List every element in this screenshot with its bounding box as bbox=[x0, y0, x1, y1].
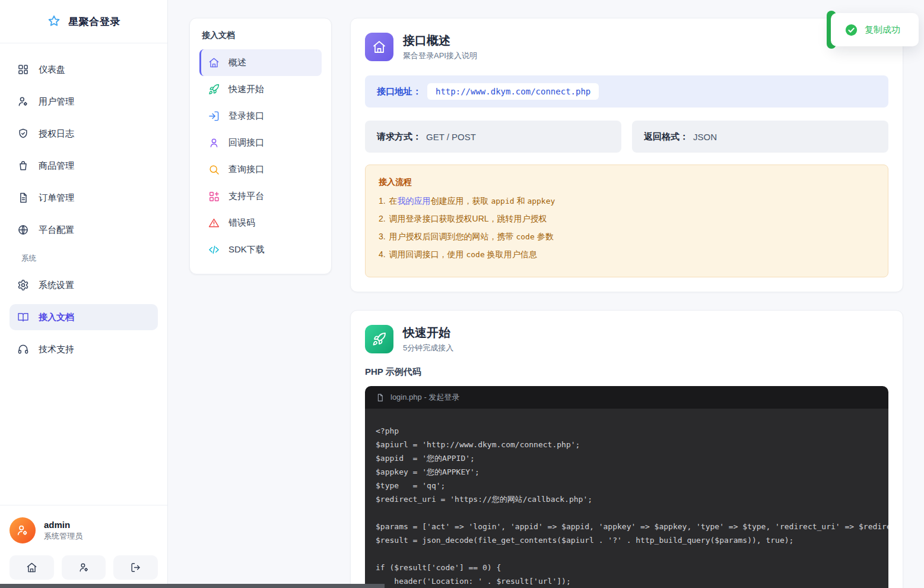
quickstart-card: 快速开始 5分钟完成接入 PHP 示例代码 login.php - 发起登录 <… bbox=[350, 310, 903, 588]
doc-nav-title: 接入文档 bbox=[199, 28, 322, 49]
sidebar-item[interactable]: 仪表盘 bbox=[9, 56, 158, 83]
toast-message: 复制成功 bbox=[865, 24, 900, 36]
my-apps-link[interactable]: 我的应用 bbox=[398, 196, 431, 206]
rocket-icon bbox=[372, 332, 386, 346]
sidebar-item[interactable]: 接入文档 bbox=[9, 304, 158, 330]
app-title: 星聚合登录 bbox=[68, 15, 120, 29]
settings-icon bbox=[17, 279, 29, 291]
avatar bbox=[9, 517, 36, 543]
sidebar-section-label: 系统 bbox=[21, 254, 167, 264]
return-format-label: 返回格式： bbox=[644, 131, 688, 143]
overview-title: 接口概述 bbox=[403, 33, 477, 49]
code-file-title: login.php - 发起登录 bbox=[390, 392, 459, 403]
flow-step: 2. 调用登录接口获取授权URL，跳转用户授权 bbox=[379, 214, 875, 225]
file-icon bbox=[376, 393, 385, 402]
layout-grid-icon bbox=[17, 64, 29, 75]
home-icon bbox=[208, 57, 220, 68]
doc-nav-item[interactable]: 快速开始 bbox=[199, 76, 322, 103]
doc-nav-item-label: 查询接口 bbox=[228, 164, 264, 175]
flow-title: 接入流程 bbox=[379, 177, 875, 188]
request-method-label: 请求方式： bbox=[377, 131, 421, 143]
horizontal-scrollbar[interactable] bbox=[0, 584, 385, 588]
doc-nav-item[interactable]: SDK下载 bbox=[199, 236, 322, 263]
return-format-box: 返回格式： JSON bbox=[632, 121, 888, 153]
logout-icon bbox=[130, 562, 141, 573]
sidebar-item-label: 接入文档 bbox=[39, 312, 74, 323]
flow-steps: 1. 在我的应用创建应用，获取 appid 和 appkey2. 调用登录接口获… bbox=[379, 196, 875, 260]
flow-step: 4. 调用回调接口，使用 code 换取用户信息 bbox=[379, 249, 875, 260]
footer-buttons bbox=[9, 555, 158, 580]
quickstart-subtitle: 5分钟完成接入 bbox=[403, 343, 453, 353]
doc-nav-item[interactable]: 登录接口 bbox=[199, 103, 322, 129]
app-logo: 星聚合登录 bbox=[0, 0, 167, 43]
sidebar-item-label: 订单管理 bbox=[39, 192, 74, 204]
doc-nav-item-label: 错误码 bbox=[228, 217, 255, 229]
code-content[interactable]: <?php $apiurl = 'http://www.dkym.com/con… bbox=[365, 409, 888, 588]
doc-nav-item[interactable]: 支持平台 bbox=[199, 183, 322, 210]
doc-nav-item[interactable]: 概述 bbox=[199, 49, 322, 76]
user-cog-icon bbox=[17, 96, 29, 108]
doc-nav-item[interactable]: 回调接口 bbox=[199, 129, 322, 156]
file-text-icon bbox=[17, 192, 29, 204]
quickstart-card-icon bbox=[365, 325, 393, 353]
sidebar-item[interactable]: 商品管理 bbox=[9, 153, 158, 179]
request-method-value: GET / POST bbox=[426, 132, 476, 142]
overview-card: 接口概述 聚合登录API接入说明 接口地址： http://www.dkym.c… bbox=[350, 18, 903, 292]
overview-card-icon bbox=[365, 33, 393, 61]
doc-nav-item[interactable]: 查询接口 bbox=[199, 156, 322, 183]
integration-flow-box: 接入流程 1. 在我的应用创建应用，获取 appid 和 appkey2. 调用… bbox=[365, 165, 888, 277]
main-content: 接口概述 聚合登录API接入说明 接口地址： http://www.dkym.c… bbox=[350, 18, 903, 588]
user-name: admin bbox=[44, 520, 82, 530]
sidebar-item-label: 商品管理 bbox=[39, 160, 74, 172]
rocket-icon bbox=[208, 84, 220, 95]
overview-subtitle: 聚合登录API接入说明 bbox=[403, 50, 477, 61]
search-icon bbox=[208, 164, 220, 175]
request-method-box: 请求方式： GET / POST bbox=[365, 121, 621, 153]
user-role: 系统管理员 bbox=[44, 531, 82, 542]
check-circle-icon bbox=[845, 24, 858, 36]
flow-step: 1. 在我的应用创建应用，获取 appid 和 appkey bbox=[379, 196, 875, 207]
sidebar-item[interactable]: 平台配置 bbox=[9, 217, 158, 243]
sidebar-item-label: 仪表盘 bbox=[39, 64, 65, 75]
code-section-label: PHP 示例代码 bbox=[365, 366, 888, 378]
shield-check-icon bbox=[17, 128, 29, 140]
doc-nav-item-label: 回调接口 bbox=[228, 137, 264, 148]
api-url-chip[interactable]: http://www.dkym.com/connect.php bbox=[427, 83, 599, 100]
doc-nav-item-label: 概述 bbox=[228, 57, 246, 68]
sidebar-item[interactable]: 系统设置 bbox=[9, 272, 158, 298]
code-block: login.php - 发起登录 <?php $apiurl = 'http:/… bbox=[365, 386, 888, 588]
quickstart-title: 快速开始 bbox=[403, 325, 453, 341]
log-in-icon bbox=[208, 110, 220, 122]
headphones-icon bbox=[17, 343, 29, 355]
home-button[interactable] bbox=[9, 555, 54, 580]
code-icon bbox=[208, 244, 220, 255]
sidebar-item-label: 授权日志 bbox=[39, 128, 74, 140]
flow-step: 3. 用户授权后回调到您的网站，携带 code 参数 bbox=[379, 232, 875, 242]
sidebar-item-label: 系统设置 bbox=[39, 280, 74, 291]
sidebar-item[interactable]: 技术支持 bbox=[9, 336, 158, 362]
home-icon bbox=[26, 562, 37, 573]
doc-nav-item-label: 支持平台 bbox=[228, 191, 264, 202]
logout-button[interactable] bbox=[113, 555, 158, 580]
user-icon bbox=[208, 137, 220, 148]
shopping-bag-icon bbox=[17, 160, 29, 172]
sidebar-item[interactable]: 授权日志 bbox=[9, 121, 158, 147]
doc-nav-item-label: 登录接口 bbox=[228, 110, 264, 122]
user-block: admin 系统管理员 bbox=[0, 505, 167, 588]
sidebar-item-label: 技术支持 bbox=[39, 344, 74, 355]
home-icon bbox=[372, 40, 386, 54]
sidebar-item-label: 用户管理 bbox=[39, 96, 74, 108]
sidebar-item[interactable]: 用户管理 bbox=[9, 88, 158, 115]
sidebar: 星聚合登录 仪表盘 用户管理 授权日志 商品管理 bbox=[0, 0, 168, 588]
toast-notification: 复制成功 bbox=[827, 13, 919, 46]
api-address-box: 接口地址： http://www.dkym.com/connect.php bbox=[365, 75, 888, 108]
profile-button[interactable] bbox=[62, 555, 106, 580]
sidebar-item[interactable]: 订单管理 bbox=[9, 185, 158, 211]
star-icon bbox=[47, 14, 61, 29]
doc-nav-item-label: SDK下载 bbox=[228, 244, 265, 255]
sidebar-item-label: 平台配置 bbox=[39, 225, 74, 236]
user-cog-icon bbox=[78, 562, 90, 573]
doc-nav-item[interactable]: 错误码 bbox=[199, 210, 322, 236]
sidebar-menu: 仪表盘 用户管理 授权日志 商品管理 订单管理 bbox=[0, 43, 167, 505]
user-icon bbox=[16, 524, 29, 537]
